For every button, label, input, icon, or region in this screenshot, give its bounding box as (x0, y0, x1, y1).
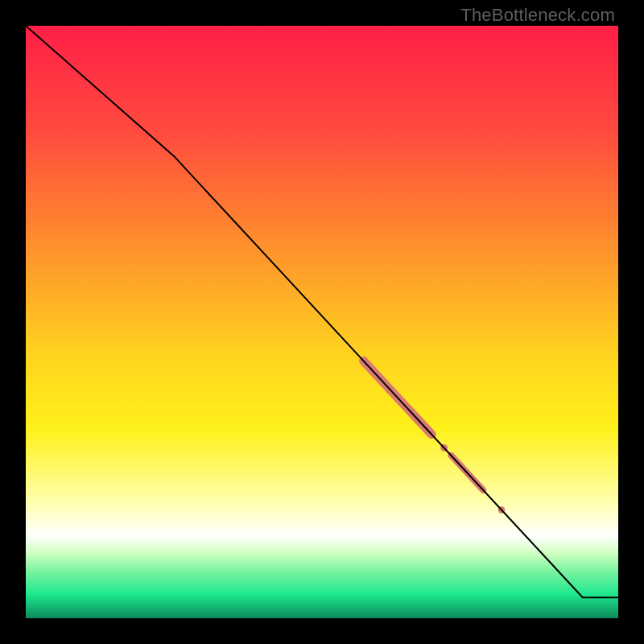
watermark-label: TheBottleneck.com (460, 5, 615, 26)
chart-svg (26, 26, 618, 618)
gradient-rect (26, 26, 618, 618)
plot-area (26, 26, 618, 618)
chart-frame: TheBottleneck.com (0, 0, 644, 644)
